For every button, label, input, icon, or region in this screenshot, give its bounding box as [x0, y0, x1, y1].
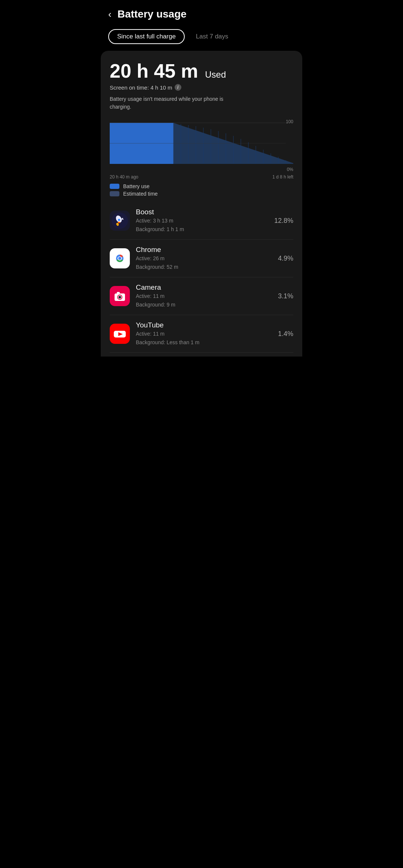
chart-top-label: 100	[286, 119, 293, 124]
camera-info: Camera Active: 11 m Background: 9 m	[136, 283, 272, 309]
list-item[interactable]: YouTube Active: 11 m Background: Less th…	[110, 315, 293, 353]
chrome-background: Background: 52 m	[136, 263, 272, 271]
time-suffix: Used	[205, 69, 226, 80]
usage-time-value: 20 h 45 m Used	[110, 60, 226, 82]
chrome-active: Active: 26 m	[136, 255, 272, 262]
boost-icon-svg	[112, 212, 128, 229]
chrome-icon-svg	[112, 250, 128, 267]
chrome-info: Chrome Active: 26 m Background: 52 m	[136, 246, 272, 271]
screen-on-time: Screen on time: 4 h 10 m i	[110, 84, 293, 91]
svg-rect-35	[117, 292, 120, 294]
header: ‹ Battery usage	[101, 0, 302, 27]
time-value: 20 h 45 m	[110, 60, 198, 82]
usage-time-display: 20 h 45 m Used	[110, 60, 293, 82]
info-icon[interactable]: i	[175, 84, 181, 91]
camera-icon	[110, 286, 130, 306]
camera-icon-svg	[112, 288, 128, 304]
page-title: Battery usage	[118, 8, 187, 20]
legend-estimated-time-label: Estimated time	[123, 191, 158, 197]
camera-percent: 3.1%	[278, 292, 293, 300]
battery-chart: 100 0%	[110, 119, 293, 179]
list-item[interactable]: Camera Active: 11 m Background: 9 m 3.1%	[110, 277, 293, 315]
youtube-percent: 1.4%	[278, 330, 293, 338]
app-list: Boost Active: 3 h 13 m Background: 1 h 1…	[110, 202, 293, 353]
camera-active: Active: 11 m	[136, 292, 272, 300]
boost-icon	[110, 211, 130, 231]
youtube-name: YouTube	[136, 321, 272, 329]
youtube-active: Active: 11 m	[136, 330, 272, 338]
svg-point-29	[118, 257, 121, 260]
chrome-name: Chrome	[136, 246, 272, 254]
legend-estimated-time: Estimated time	[110, 191, 293, 197]
back-button[interactable]: ‹	[108, 9, 112, 19]
boost-background: Background: 1 h 1 m	[136, 225, 268, 233]
boost-percent: 12.8%	[274, 217, 293, 225]
legend-battery-use-label: Battery use	[123, 183, 150, 189]
tab-bar: Since last full charge Last 7 days	[101, 27, 302, 51]
charging-note: Battery usage isn't measured while your …	[110, 95, 244, 111]
chart-svg	[110, 119, 293, 171]
youtube-background: Background: Less than 1 m	[136, 339, 272, 346]
camera-name: Camera	[136, 283, 272, 292]
legend-battery-use: Battery use	[110, 183, 293, 189]
screen-on-label: Screen on time: 4 h 10 m	[110, 84, 172, 91]
legend-battery-use-color	[110, 184, 119, 189]
chart-left-label: 20 h 40 m ago	[110, 174, 138, 180]
chart-legend: Battery use Estimated time	[110, 183, 293, 197]
list-item[interactable]: Boost Active: 3 h 13 m Background: 1 h 1…	[110, 202, 293, 240]
youtube-icon-svg	[112, 326, 128, 342]
tab-last-7-days[interactable]: Last 7 days	[192, 30, 232, 43]
chrome-percent: 4.9%	[278, 255, 293, 262]
list-item[interactable]: Chrome Active: 26 m Background: 52 m 4.9…	[110, 240, 293, 277]
chart-bottom-label: 0%	[287, 167, 293, 172]
chart-x-labels: 20 h 40 m ago 1 d 8 h left	[110, 174, 293, 180]
camera-background: Background: 9 m	[136, 301, 272, 309]
boost-info: Boost Active: 3 h 13 m Background: 1 h 1…	[136, 208, 268, 233]
chart-right-label: 1 d 8 h left	[272, 174, 293, 180]
tab-since-last-charge[interactable]: Since last full charge	[108, 29, 185, 44]
boost-name: Boost	[136, 208, 268, 216]
svg-point-34	[119, 296, 121, 299]
chrome-icon	[110, 248, 130, 268]
youtube-icon	[110, 324, 130, 344]
svg-point-23	[118, 219, 120, 221]
content-card: 20 h 45 m Used Screen on time: 4 h 10 m …	[101, 51, 302, 357]
youtube-info: YouTube Active: 11 m Background: Less th…	[136, 321, 272, 346]
boost-active: Active: 3 h 13 m	[136, 217, 268, 225]
legend-estimated-time-color	[110, 191, 119, 196]
